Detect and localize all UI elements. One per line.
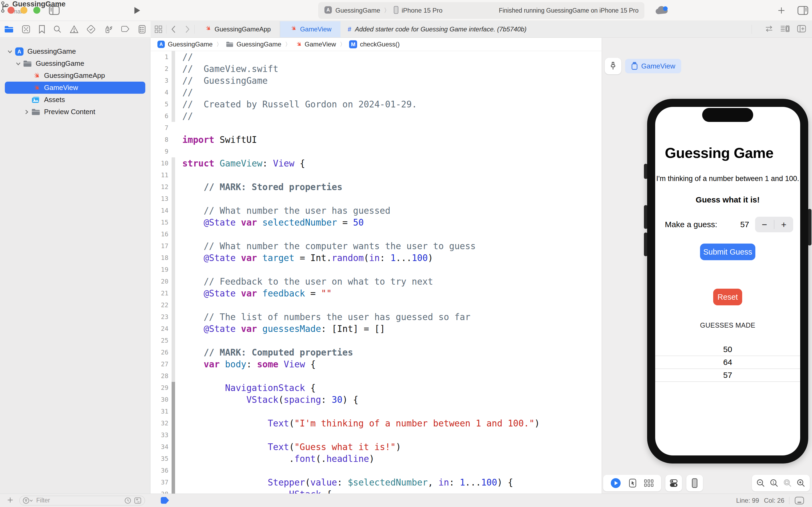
breadcrumb-project[interactable]: A GuessingGame xyxy=(157,40,213,48)
preview-target-chip[interactable]: GameView xyxy=(625,59,681,73)
code-line-27[interactable]: 27 var body: some View { xyxy=(151,358,601,370)
breakpoint-navigator-icon[interactable] xyxy=(121,25,130,33)
code-line-20[interactable]: 20 // Feedback to the user on what to tr… xyxy=(151,276,601,287)
code-line-23[interactable]: 23 // The list of numbers the user has g… xyxy=(151,311,601,323)
tab-guessinggameapp[interactable]: GuessingGameApp xyxy=(195,21,280,37)
editor-options-icon[interactable] xyxy=(780,25,790,34)
sidebar-item-guessinggameapp[interactable]: GuessingGameApp xyxy=(5,69,145,81)
filter-input[interactable]: Filter xyxy=(19,496,145,505)
code-line-9[interactable]: 9 xyxy=(151,146,601,157)
add-file-icon[interactable] xyxy=(6,496,14,505)
test-navigator-icon[interactable] xyxy=(86,25,96,34)
device-settings-button[interactable] xyxy=(665,475,682,492)
filter-scope-icon[interactable] xyxy=(134,497,141,504)
editor-display-icon[interactable] xyxy=(794,496,805,505)
related-items-icon[interactable] xyxy=(151,21,166,37)
code-line-7[interactable]: 7 xyxy=(151,122,601,134)
breadcrumb-symbol[interactable]: M checkGuess() xyxy=(349,40,400,48)
sidebar-item-guessinggame[interactable]: AGuessingGame xyxy=(5,45,145,57)
code-line-31[interactable]: 31 xyxy=(151,405,601,417)
code-line-15[interactable]: 15 @State var selectedNumber = 50 xyxy=(151,216,601,228)
forward-icon[interactable] xyxy=(180,21,194,37)
sidebar-item-preview-content[interactable]: Preview Content xyxy=(5,106,145,118)
swap-editor-icon[interactable] xyxy=(765,25,773,34)
report-navigator-icon[interactable] xyxy=(138,25,146,34)
zoom-in-icon[interactable] xyxy=(797,478,806,488)
code-line-26[interactable]: 26 // MARK: Computed properties xyxy=(151,346,601,358)
zoom-out-icon[interactable] xyxy=(756,478,765,488)
selectable-preview-icon[interactable] xyxy=(628,478,637,488)
stepper-increment-button[interactable]: + xyxy=(774,217,793,232)
sidebar-item-assets[interactable]: Assets xyxy=(5,94,145,106)
add-editor-icon[interactable] xyxy=(797,25,806,34)
window-close-button[interactable] xyxy=(7,7,14,14)
back-icon[interactable] xyxy=(167,21,180,37)
code-line-29[interactable]: 29 NavigationStack { xyxy=(151,382,601,394)
sidebar-item-guessinggame[interactable]: GuessingGame xyxy=(5,57,145,69)
code-line-17[interactable]: 17 // What number the computer wants the… xyxy=(151,240,601,252)
code-line-6[interactable]: 6// xyxy=(151,110,601,122)
sidebar-item-gameview[interactable]: GameView xyxy=(5,81,145,94)
code-line-30[interactable]: 30 VStack(spacing: 30) { xyxy=(151,394,601,405)
code-line-11[interactable]: 11 xyxy=(151,169,601,181)
code-line-22[interactable]: 22 xyxy=(151,299,601,311)
code-line-19[interactable]: 19 xyxy=(151,264,601,276)
commit-banner[interactable]: # Added starter code for Guessing Game i… xyxy=(341,21,759,37)
breakpoints-toggle-icon[interactable] xyxy=(160,497,170,504)
code-line-10[interactable]: 10struct GameView: View { xyxy=(151,157,601,169)
code-line-37[interactable]: 37 Stepper(value: $selectedNumber, in: 1… xyxy=(151,476,601,488)
cloud-sync-icon[interactable] xyxy=(655,5,669,17)
code-line-35[interactable]: 35 .font(.headline) xyxy=(151,453,601,464)
breadcrumb-group[interactable]: GuessingGame xyxy=(226,41,281,48)
code-line-24[interactable]: 24 @State var guessesMade: [Int] = [] xyxy=(151,323,601,335)
stepper-decrement-button[interactable]: − xyxy=(755,217,774,232)
code-line-12[interactable]: 12 // MARK: Stored properties xyxy=(151,181,601,193)
run-button[interactable] xyxy=(132,6,141,16)
variants-grid-icon[interactable] xyxy=(644,479,654,488)
recent-files-icon[interactable] xyxy=(124,497,131,504)
window-minimize-button[interactable] xyxy=(20,7,27,14)
zoom-fit-icon[interactable] xyxy=(783,478,792,488)
disclosure-down-icon[interactable] xyxy=(7,49,13,55)
code-line-4[interactable]: 4// xyxy=(151,87,601,98)
code-line-2[interactable]: 2// GameView.swift xyxy=(151,63,601,75)
code-line-16[interactable]: 16 xyxy=(151,228,601,240)
debug-navigator-icon[interactable] xyxy=(104,25,113,34)
code-line-25[interactable]: 25 xyxy=(151,335,601,346)
source-control-navigator-icon[interactable] xyxy=(22,25,31,34)
code-editor[interactable]: 1//2// GameView.swift3// GuessingGame4//… xyxy=(151,51,601,494)
code-line-3[interactable]: 3// GuessingGame xyxy=(151,75,601,87)
run-destination[interactable]: iPhone 15 Pro xyxy=(402,7,443,14)
code-line-28[interactable]: 28 xyxy=(151,370,601,382)
reset-button[interactable]: Reset xyxy=(713,289,742,305)
code-line-18[interactable]: 18 @State var target = Int.random(in: 1.… xyxy=(151,252,601,264)
code-line-5[interactable]: 5// Created by Russell Gordon on 2024-01… xyxy=(151,98,601,110)
preview-device-button[interactable] xyxy=(686,475,703,492)
code-line-34[interactable]: 34 Text("Guess what it is!") xyxy=(151,441,601,453)
bookmark-navigator-icon[interactable] xyxy=(39,25,45,34)
code-line-14[interactable]: 14 // What number the user has guessed xyxy=(151,205,601,216)
navigator-toggle-icon[interactable] xyxy=(49,6,60,16)
zoom-100-icon[interactable]: 1 xyxy=(769,478,779,488)
add-tab-icon[interactable] xyxy=(777,6,786,16)
code-line-13[interactable]: 13 xyxy=(151,193,601,205)
code-line-33[interactable]: 33 xyxy=(151,429,601,441)
project-navigator-icon[interactable] xyxy=(4,25,14,33)
find-navigator-icon[interactable] xyxy=(53,25,62,34)
code-line-38[interactable]: 38 HStack { xyxy=(151,488,601,494)
code-line-8[interactable]: 8import SwiftUI xyxy=(151,134,601,146)
inspector-toggle-icon[interactable] xyxy=(798,6,808,16)
code-line-32[interactable]: 32 Text("I'm thinking of a number betwee… xyxy=(151,417,601,429)
activity-status-bar[interactable]: A GuessingGame 〉 iPhone 15 Pro Finished … xyxy=(318,2,644,19)
issue-navigator-icon[interactable] xyxy=(69,25,79,34)
preview-pin-button[interactable] xyxy=(605,58,621,74)
code-line-21[interactable]: 21 @State var feedback = "" xyxy=(151,287,601,299)
tab-gameview[interactable]: GameView xyxy=(280,21,341,37)
submit-guess-button[interactable]: Submit Guess xyxy=(700,243,755,260)
live-preview-icon[interactable] xyxy=(611,478,621,489)
code-line-36[interactable]: 36 xyxy=(151,464,601,476)
window-zoom-button[interactable] xyxy=(33,7,40,14)
breadcrumb-file[interactable]: GameView xyxy=(295,41,336,48)
scheme-name[interactable]: GuessingGame xyxy=(335,7,380,14)
disclosure-right-icon[interactable] xyxy=(23,109,30,115)
